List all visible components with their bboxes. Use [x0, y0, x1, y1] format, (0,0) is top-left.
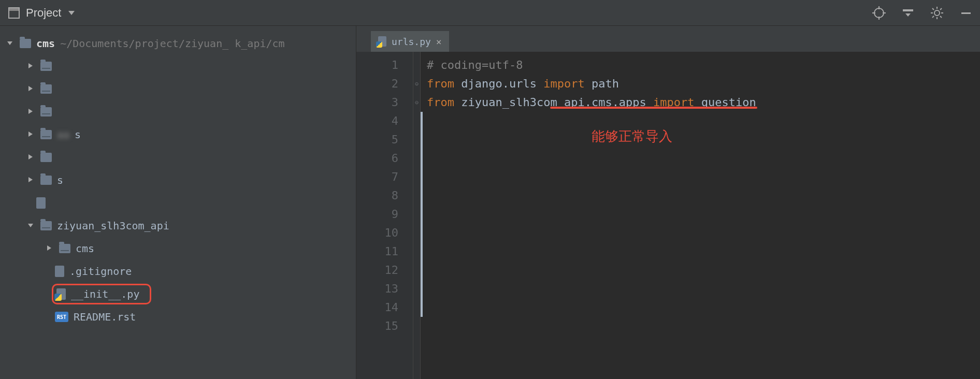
code-line: from ziyuan_slh3com_api.cms.apps import …	[427, 93, 980, 112]
svg-line-13	[932, 8, 934, 10]
file-icon	[55, 266, 64, 277]
code-line: # coding=utf-8	[427, 59, 523, 71]
svg-point-1	[874, 8, 884, 18]
tree-folder[interactable]	[0, 78, 356, 100]
python-file-icon	[56, 288, 66, 300]
svg-marker-18	[7, 41, 12, 45]
svg-marker-21	[28, 109, 33, 114]
project-tree[interactable]: cms ~/Documents/project/ziyuan_ k_api/cm	[0, 26, 356, 379]
dropdown-arrow-icon[interactable]	[67, 9, 76, 17]
svg-marker-23	[28, 154, 33, 159]
settings-gear-icon[interactable]	[930, 6, 944, 20]
tab-filename: urls.py	[392, 36, 431, 47]
svg-marker-20	[28, 86, 33, 91]
svg-marker-19	[28, 63, 33, 68]
svg-marker-22	[28, 132, 33, 137]
svg-marker-25	[28, 224, 33, 227]
highlight-annotation: __init__.py	[52, 284, 151, 304]
tree-file-init[interactable]: __init__.py	[0, 283, 356, 305]
tree-folder[interactable]	[0, 55, 356, 78]
close-tab-icon[interactable]: ×	[436, 36, 442, 47]
pkg-name: ziyuan_slh3com_api	[57, 220, 169, 232]
editor-tab-bar: urls.py ×	[356, 26, 980, 52]
minimize-icon[interactable]	[960, 7, 972, 19]
sub-pkg-name: cms	[76, 242, 94, 255]
svg-point-8	[934, 10, 940, 16]
tree-file[interactable]	[0, 192, 356, 214]
tree-package[interactable]: ziyuan_slh3com_api	[0, 214, 356, 237]
svg-rect-6	[903, 9, 913, 11]
svg-rect-17	[961, 12, 971, 14]
svg-marker-26	[47, 245, 51, 251]
tree-file-readme[interactable]: RST README.rst	[0, 305, 356, 328]
svg-marker-0	[68, 11, 75, 15]
collapse-all-icon[interactable]	[902, 7, 914, 19]
tree-folder[interactable]	[0, 146, 356, 169]
code-line: from django.urls import path	[427, 75, 980, 93]
project-panel-icon[interactable]	[8, 7, 20, 19]
svg-line-16	[940, 8, 942, 10]
code-editor[interactable]: 1 2 3 4 5 6 7 8 9 10 11 12 13 14 15 ⊖ ⊖	[356, 52, 980, 379]
fold-gutter: ⊖ ⊖	[413, 52, 421, 379]
underline-annotation	[550, 107, 757, 109]
svg-line-15	[932, 16, 934, 18]
tree-root[interactable]: cms ~/Documents/project/ziyuan_ k_api/cm	[0, 32, 356, 55]
project-toolbar: Project	[0, 0, 980, 26]
editor-pane: urls.py × 1 2 3 4 5 6 7 8 9 10 11 12 13 …	[356, 26, 980, 379]
root-path: ~/Documents/project/ziyuan_ k_api/cm	[60, 37, 284, 50]
rst-file-icon: RST	[55, 312, 68, 322]
svg-marker-24	[28, 177, 33, 182]
toolbar-actions	[872, 6, 972, 20]
tree-folder[interactable]: aas	[0, 123, 356, 146]
tree-subpackage[interactable]: cms	[0, 237, 356, 260]
svg-marker-7	[905, 13, 911, 17]
active-range-indicator	[421, 112, 423, 317]
target-icon[interactable]	[872, 6, 886, 20]
project-panel-label[interactable]: Project	[26, 6, 61, 20]
svg-line-14	[940, 16, 942, 18]
line-number-gutter: 1 2 3 4 5 6 7 8 9 10 11 12 13 14 15	[356, 52, 413, 379]
tree-folder[interactable]: s	[0, 169, 356, 192]
text-annotation: 能够正常导入	[592, 127, 672, 145]
root-name: cms	[36, 37, 55, 50]
python-file-icon	[378, 36, 386, 47]
tree-file-gitignore[interactable]: .gitignore	[0, 260, 356, 283]
tree-folder[interactable]	[0, 100, 356, 123]
editor-tab[interactable]: urls.py ×	[371, 31, 449, 52]
